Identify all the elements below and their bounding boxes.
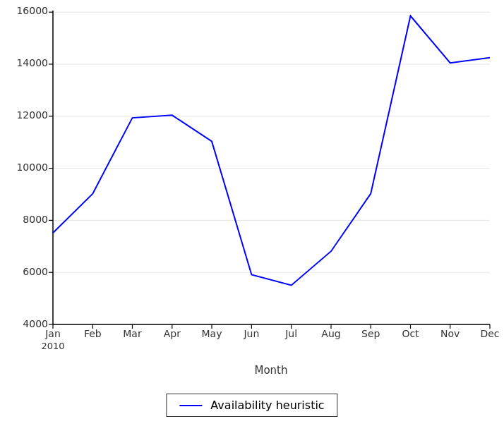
y-tick-8000: 8000 [23,214,48,225]
y-tick-16000: 16000 [16,5,48,16]
y-tick-14000: 14000 [16,57,48,68]
x-label-apr: Apr [164,328,181,339]
y-tick-10000: 10000 [16,162,48,173]
legend-label: Availability heuristic [210,399,324,412]
x-label-oct: Oct [402,328,419,339]
x-label-jan: Jan [44,328,61,339]
x-label-jun: Jun [243,328,259,339]
x-label-dec: Dec [480,328,499,339]
chart-svg: 4000 6000 8000 10000 12000 14000 16000 J… [0,0,504,438]
x-label-sep: Sep [361,328,380,339]
x-label-may: May [202,328,222,339]
data-line [53,16,490,286]
x-label-mar: Mar [123,328,142,339]
x-axis-label: Month [254,364,287,377]
y-tick-12000: 12000 [16,109,48,121]
chart-container: 4000 6000 8000 10000 12000 14000 16000 J… [0,0,504,438]
x-label-feb: Feb [84,328,102,339]
year-label: 2010 [41,341,64,351]
legend: Availability heuristic [166,394,337,417]
y-tick-4000: 4000 [23,318,48,329]
x-label-nov: Nov [440,328,460,339]
legend-line-icon [179,405,202,406]
x-label-jul: Jul [284,328,297,339]
x-label-aug: Aug [321,328,340,339]
y-tick-6000: 6000 [23,266,48,277]
